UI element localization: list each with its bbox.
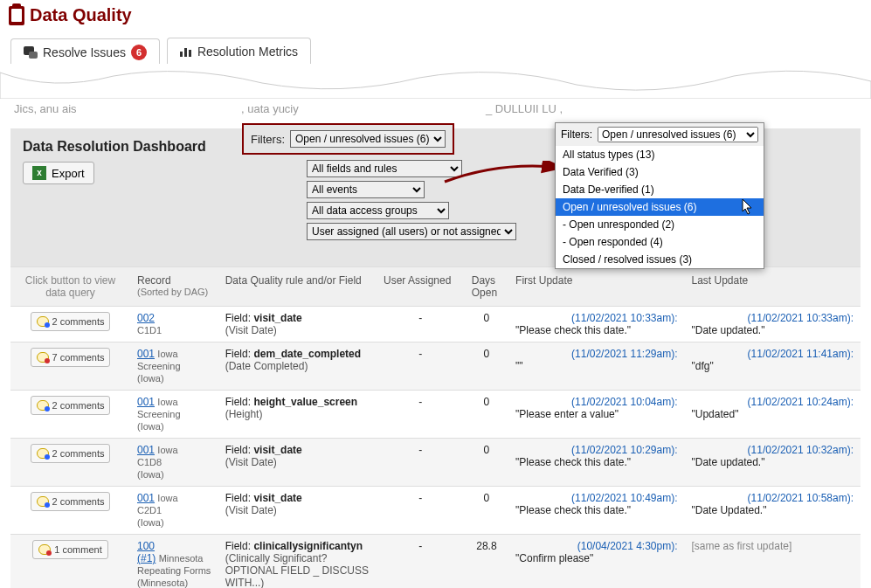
view-query-button[interactable]: 1 comment bbox=[32, 540, 107, 559]
fragment-text-row: Jics, anu ais , uata yuciy _ DULLUII LU … bbox=[0, 102, 871, 120]
popup-option-data-deverified[interactable]: Data De-verified (1) bbox=[556, 181, 764, 198]
record-link[interactable]: 001 bbox=[137, 492, 155, 504]
table-row: 2 comments001 IowaC2D1(Iowa)Field: visit… bbox=[10, 487, 861, 535]
record-link[interactable]: 001 bbox=[137, 348, 155, 360]
field-name: clinicallysignificantyn bbox=[253, 540, 363, 552]
field-label-paren: (Visit Date) bbox=[225, 456, 277, 468]
field-label-paren: (Date Completed) bbox=[225, 360, 308, 372]
first-update-time: (11/02/2021 10:29am): bbox=[571, 444, 677, 456]
last-update-time: (11/02/2021 10:32am): bbox=[748, 444, 854, 456]
user-assigned-cell: - bbox=[377, 391, 465, 439]
view-query-button[interactable]: 7 comments bbox=[31, 348, 111, 367]
record-dag: (Iowa) bbox=[137, 469, 164, 480]
export-button[interactable]: x Export bbox=[23, 162, 94, 184]
record-instance-link[interactable]: (#1) bbox=[137, 552, 156, 564]
tab-resolution-metrics[interactable]: Resolution Metrics bbox=[167, 38, 311, 65]
comment-count: 2 comments bbox=[52, 316, 105, 327]
last-update-time: (11/02/2021 10:33am): bbox=[748, 312, 854, 324]
record-event: C2D1 bbox=[137, 505, 162, 515]
dag-filter[interactable]: All data access groups bbox=[307, 202, 449, 219]
comment-count: 2 comments bbox=[52, 496, 105, 507]
record-link[interactable]: 002 bbox=[137, 312, 155, 324]
popup-option-open-responded[interactable]: - Open responded (4) bbox=[556, 233, 764, 251]
fragment-right: _ DULLUII LU , bbox=[486, 102, 563, 115]
dashboard-title: Data Resolution Dashboard bbox=[23, 139, 254, 155]
th-user-assigned: User Assigned bbox=[377, 267, 465, 307]
view-query-button[interactable]: 2 comments bbox=[31, 492, 111, 511]
view-query-button[interactable]: 2 comments bbox=[31, 444, 111, 463]
clipboard-icon bbox=[9, 6, 24, 25]
fragment-left: Jics, anu ais bbox=[14, 102, 77, 115]
filter-dropdown-popup: Filters: Open / unresolved issues (6) Al… bbox=[555, 122, 764, 269]
last-update-msg: "Date Updated." bbox=[692, 504, 854, 516]
field-label-paren: (Clinically Significant? OPTIONAL FIELD … bbox=[225, 552, 369, 588]
field-name: visit_date bbox=[253, 444, 301, 456]
torn-edge-decoration bbox=[0, 64, 871, 99]
tab-resolve-issues[interactable]: Resolve Issues 6 bbox=[10, 38, 160, 66]
fields-rules-filter[interactable]: All fields and rules bbox=[307, 160, 462, 177]
comment-bubble-icon bbox=[37, 400, 49, 411]
resolution-table: Click button to view data query Record(S… bbox=[10, 266, 861, 588]
record-arm: Iowa bbox=[157, 445, 177, 455]
record-link[interactable]: 001 bbox=[137, 396, 155, 408]
record-link[interactable]: 100 bbox=[137, 540, 155, 552]
field-prefix: Field: bbox=[225, 396, 254, 408]
first-update-time: (11/02/2021 11:29am): bbox=[571, 348, 677, 360]
last-update-time: (11/02/2021 10:58am): bbox=[748, 492, 854, 504]
table-row: 1 comment100(#1) MinnesotaRepeating Form… bbox=[10, 535, 861, 589]
comment-bubble-icon bbox=[37, 316, 49, 327]
record-arm: Minnesota bbox=[159, 553, 204, 564]
days-open-cell: 0 bbox=[465, 439, 508, 487]
field-prefix: Field: bbox=[225, 492, 254, 504]
last-update-msg: "Date updated." bbox=[692, 456, 854, 468]
record-dag: (Minnesota) bbox=[137, 578, 188, 588]
field-name: visit_date bbox=[253, 492, 301, 504]
last-update-msg: "Date updated." bbox=[692, 324, 854, 336]
days-open-cell: 0 bbox=[465, 391, 508, 439]
view-query-button[interactable]: 2 comments bbox=[31, 312, 111, 331]
last-update-time: (11/02/2021 10:24am): bbox=[748, 396, 854, 408]
first-update-time: (11/02/2021 10:33am): bbox=[571, 312, 677, 324]
record-arm: Iowa bbox=[157, 397, 177, 407]
first-update-time: (11/02/2021 10:04am): bbox=[571, 396, 677, 408]
field-name: visit_date bbox=[253, 312, 301, 324]
last-update-msg: "dfg" bbox=[692, 360, 854, 372]
comments-icon bbox=[24, 46, 38, 59]
first-update-msg: "Please check this date." bbox=[515, 456, 677, 468]
first-update-msg: "Please check this date." bbox=[515, 504, 677, 516]
user-assigned-cell: - bbox=[377, 342, 465, 391]
popup-filter-select[interactable]: Open / unresolved issues (6) bbox=[598, 127, 758, 142]
comment-count: 2 comments bbox=[52, 448, 105, 459]
first-update-msg: "Confirm please" bbox=[515, 552, 677, 564]
popup-option-open-unresponded[interactable]: - Open unresponded (2) bbox=[556, 216, 764, 233]
record-link[interactable]: 001 bbox=[137, 444, 155, 456]
user-assigned-filter[interactable]: User assigned (all users) or not assigne… bbox=[307, 223, 516, 240]
popup-options-list: All status types (13) Data Verified (3) … bbox=[556, 146, 764, 268]
filters-label: Filters: bbox=[251, 133, 285, 146]
secondary-filters: All fields and rules All events All data… bbox=[307, 160, 516, 240]
days-open-cell: 0 bbox=[465, 342, 508, 391]
field-prefix: Field: bbox=[225, 444, 254, 456]
last-update-msg: "Updated" bbox=[692, 408, 854, 420]
first-update-time: (10/04/2021 4:30pm): bbox=[577, 540, 678, 552]
events-filter[interactable]: All events bbox=[307, 181, 425, 198]
record-dag: (Iowa) bbox=[137, 517, 164, 528]
th-rule-field: Data Quality rule and/or Field bbox=[218, 267, 377, 307]
popup-option-open-unresolved[interactable]: Open / unresolved issues (6) bbox=[556, 198, 764, 216]
main-status-filter[interactable]: Open / unresolved issues (6) bbox=[290, 130, 446, 148]
last-update-time: (11/02/2021 11:41am): bbox=[748, 348, 854, 360]
popup-option-all-status[interactable]: All status types (13) bbox=[556, 146, 764, 163]
comment-count: 1 comment bbox=[54, 544, 101, 555]
th-actions: Click button to view data query bbox=[10, 267, 130, 307]
popup-option-closed-resolved[interactable]: Closed / resolved issues (3) bbox=[556, 251, 764, 268]
record-event: Screening bbox=[137, 409, 181, 419]
user-assigned-cell: - bbox=[377, 439, 465, 487]
export-label: Export bbox=[52, 167, 85, 180]
first-update-time: (11/02/2021 10:49am): bbox=[571, 492, 677, 504]
popup-option-data-verified[interactable]: Data Verified (3) bbox=[556, 163, 764, 181]
field-name: height_value_screen bbox=[253, 396, 357, 408]
tab-label: Resolve Issues bbox=[43, 45, 126, 59]
tab-label: Resolution Metrics bbox=[197, 45, 298, 59]
th-last-update: Last Update bbox=[685, 267, 861, 307]
view-query-button[interactable]: 2 comments bbox=[31, 396, 111, 415]
